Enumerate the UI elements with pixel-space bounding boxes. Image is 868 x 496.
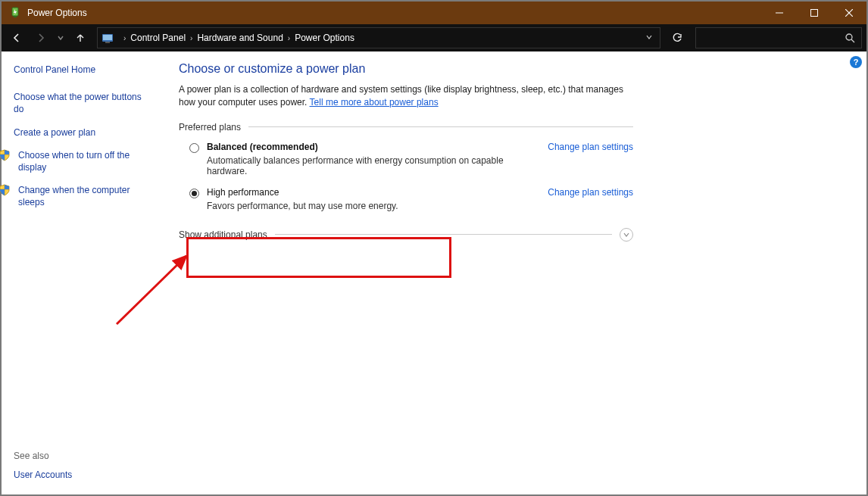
svg-rect-1: [14, 16, 17, 17]
plan-description: Automatically balances performance with …: [207, 155, 532, 176]
page-heading: Choose or customize a power plan: [179, 62, 633, 76]
address-bar[interactable]: › Control Panel › Hardware and Sound › P…: [97, 27, 660, 48]
search-icon: [845, 33, 855, 43]
shield-icon: [0, 149, 11, 161]
navbar: › Control Panel › Hardware and Sound › P…: [2, 24, 866, 51]
preferred-plans-label: Preferred plans: [179, 122, 633, 133]
recent-locations-button[interactable]: [55, 27, 67, 48]
see-also-label: See also: [14, 451, 153, 461]
svg-rect-7: [103, 35, 112, 40]
titlebar: Power Options: [2, 2, 866, 24]
search-input[interactable]: [695, 27, 862, 48]
minimize-button[interactable]: [762, 2, 797, 24]
sidebar-link[interactable]: Choose when to turn off the display: [18, 149, 153, 173]
maximize-button[interactable]: [797, 2, 832, 24]
change-plan-settings-link[interactable]: Change plan settings: [532, 142, 633, 152]
control-panel-icon: [101, 31, 114, 45]
breadcrumb-item[interactable]: Control Panel: [130, 33, 186, 43]
power-plan-option: Balanced (recommended) Automatically bal…: [179, 139, 633, 184]
chevron-right-icon: ›: [190, 34, 192, 42]
shield-icon: [0, 184, 11, 196]
svg-rect-8: [105, 42, 110, 43]
app-icon: [9, 7, 21, 19]
breadcrumb-item[interactable]: Power Options: [295, 33, 354, 43]
sidebar: Control Panel Home Choose what the power…: [2, 51, 158, 494]
sidebar-link[interactable]: Create a power plan: [14, 126, 153, 139]
up-button[interactable]: [70, 27, 91, 48]
radio-high-performance[interactable]: [189, 189, 199, 198]
plan-name: High performance: [207, 187, 532, 198]
radio-balanced[interactable]: [189, 143, 199, 153]
window: Power Options: [0, 0, 868, 496]
breadcrumb-item[interactable]: Hardware and Sound: [197, 33, 283, 43]
chevron-right-icon: ›: [123, 34, 126, 42]
see-also-link[interactable]: User Accounts: [14, 469, 153, 481]
refresh-button[interactable]: [667, 27, 688, 48]
main-content: Choose or customize a power plan A power…: [158, 51, 866, 494]
chevron-down-icon: [620, 228, 633, 242]
plan-name: Balanced (recommended): [207, 142, 532, 152]
chevron-right-icon: ›: [288, 34, 290, 42]
window-controls: [762, 2, 866, 24]
forward-button[interactable]: [30, 27, 52, 48]
close-button[interactable]: [832, 2, 866, 24]
learn-more-link[interactable]: Tell me more about power plans: [310, 97, 439, 108]
window-title: Power Options: [27, 8, 87, 18]
power-plan-option: High performance Favors performance, but…: [179, 184, 633, 219]
sidebar-link[interactable]: Choose what the power buttons do: [14, 91, 153, 115]
svg-point-9: [846, 34, 852, 40]
change-plan-settings-link[interactable]: Change plan settings: [532, 187, 633, 198]
svg-line-10: [851, 39, 854, 42]
content-body: ? Control Panel Home Choose what the pow…: [2, 51, 866, 494]
control-panel-home-link[interactable]: Control Panel Home: [14, 64, 153, 76]
sidebar-link[interactable]: Change when the computer sleeps: [18, 184, 153, 208]
chevron-down-icon[interactable]: [642, 33, 657, 43]
svg-rect-3: [811, 10, 818, 17]
back-button[interactable]: [6, 27, 27, 48]
intro-text: A power plan is a collection of hardware…: [179, 83, 633, 110]
show-additional-plans[interactable]: Show additional plans: [179, 228, 633, 242]
plan-description: Favors performance, but may use more ene…: [207, 201, 532, 211]
